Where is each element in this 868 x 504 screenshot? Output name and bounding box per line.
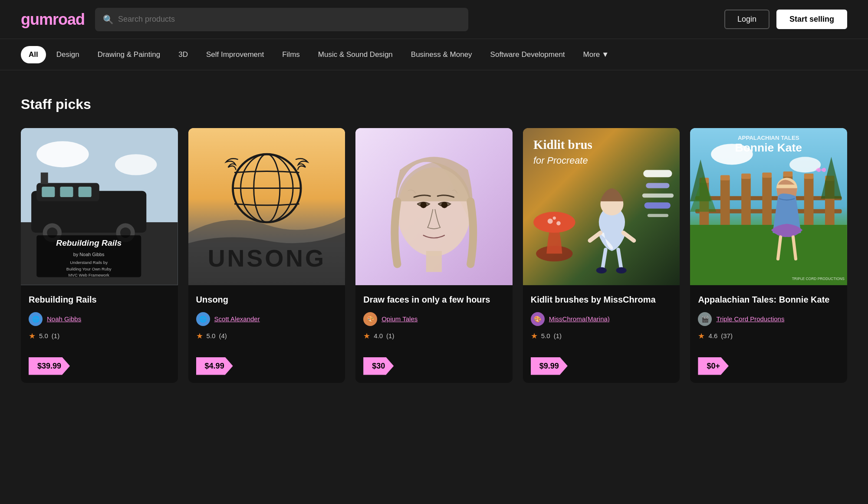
product-image-draw-faces	[355, 128, 513, 285]
price-tag-unsong: $4.99	[196, 357, 233, 375]
star-icon: ★	[29, 331, 36, 341]
svg-rect-48	[646, 183, 669, 188]
product-price-row-draw-faces: $30	[355, 349, 513, 383]
svg-rect-59	[720, 178, 730, 228]
nav-item-software-development[interactable]: Software Development	[483, 46, 573, 63]
product-card-draw-faces[interactable]: Draw faces in only a few hours 🎨 Opium T…	[355, 128, 513, 383]
nav-item-3d[interactable]: 3D	[171, 46, 196, 63]
svg-text:MVC Web Framework: MVC Web Framework	[68, 273, 109, 277]
product-rating-kidlit: ★ 5.0 (1)	[531, 331, 672, 341]
product-price-row-appalachian: $0+	[690, 349, 847, 383]
svg-rect-28	[426, 251, 442, 272]
product-card-rebuilding-rails[interactable]: Rebuilding Rails by Noah Gibbs Understan…	[21, 128, 178, 383]
product-rating-unsong: ★ 5.0 (4)	[196, 331, 338, 341]
price-tag-appalachian: $0+	[698, 357, 729, 375]
review-count-kidlit: (1)	[554, 332, 562, 339]
svg-rect-49	[642, 194, 674, 198]
star-icon: ★	[698, 331, 705, 341]
svg-point-43	[596, 267, 607, 273]
product-card-unsong[interactable]: UNSONG Unsong 🌐 Scott Alexander ★ 5.0 (4…	[188, 128, 345, 383]
chevron-down-icon: ▼	[602, 50, 609, 59]
nav-more-button[interactable]: More ▼	[575, 46, 617, 63]
main-content: Staff picks	[0, 70, 868, 409]
rating-value-kidlit: 5.0	[541, 332, 550, 339]
product-rating-appalachian: ★ 4.6 (37)	[698, 331, 839, 341]
svg-rect-67	[804, 176, 814, 227]
star-icon: ★	[196, 331, 203, 341]
nav-item-business-money[interactable]: Business & Money	[403, 46, 480, 63]
product-image-unsong: UNSONG	[188, 128, 345, 285]
product-rating-rebuilding-rails: ★ 5.0 (1)	[29, 331, 170, 341]
product-title-kidlit: Kidlit brushes by MissChroma	[531, 294, 672, 305]
author-name-kidlit[interactable]: MissChroma(Marina)	[549, 315, 610, 323]
svg-rect-64	[763, 172, 772, 178]
search-bar: 🔍	[95, 8, 468, 31]
svg-text:for Procreate: for Procreate	[533, 155, 588, 166]
product-image-rebuilding-rails: Rebuilding Rails by Noah Gibbs Understan…	[21, 128, 178, 285]
product-price-row-unsong: $4.99	[188, 349, 345, 383]
product-info-appalachian: Appalachian Tales: Bonnie Kate 🎬 Triple …	[690, 285, 847, 349]
product-info-rebuilding-rails: Rebuilding Rails 🌐 Noah Gibbs ★ 5.0 (1)	[21, 285, 178, 349]
svg-point-1	[36, 141, 89, 167]
svg-rect-60	[720, 175, 730, 180]
nav-item-music-sound-design[interactable]: Music & Sound Design	[310, 46, 401, 63]
product-card-appalachian[interactable]: APPALACHIAN TALES Bonnie Kate TRIPLE COR…	[690, 128, 847, 383]
product-info-unsong: Unsong 🌐 Scott Alexander ★ 5.0 (4)	[188, 285, 345, 349]
product-card-kidlit[interactable]: Kidlit brus for Procreate Kidlit brushes…	[523, 128, 680, 383]
svg-rect-63	[763, 175, 772, 227]
svg-point-34	[547, 219, 552, 224]
logo-text: gumroad	[21, 10, 85, 28]
product-info-kidlit: Kidlit brushes by MissChroma 🎨 MissChrom…	[523, 285, 680, 349]
svg-point-29	[421, 202, 427, 208]
svg-rect-50	[644, 202, 670, 208]
product-price-row-kidlit: $9.99	[523, 349, 680, 383]
svg-rect-68	[804, 174, 814, 179]
price-tag-rebuilding-rails: $39.99	[29, 357, 70, 375]
review-count-appalachian: (37)	[721, 332, 733, 339]
star-icon: ★	[363, 331, 370, 341]
product-title-rebuilding-rails: Rebuilding Rails	[29, 294, 170, 305]
product-image-kidlit: Kidlit brus for Procreate	[523, 128, 680, 285]
product-author-unsong: 🌐 Scott Alexander	[196, 312, 338, 326]
author-avatar-draw-faces: 🎨	[363, 312, 377, 326]
product-author-appalachian: 🎬 Triple Cord Productions	[698, 312, 839, 326]
svg-text:Rebuilding Rails: Rebuilding Rails	[56, 238, 122, 247]
review-count-unsong: (4)	[219, 332, 227, 339]
svg-point-33	[533, 212, 575, 233]
author-name-unsong[interactable]: Scott Alexander	[214, 315, 260, 323]
nav-item-all[interactable]: All	[21, 46, 46, 63]
rating-value-unsong: 5.0	[207, 332, 216, 339]
svg-rect-13	[41, 172, 48, 184]
svg-rect-66	[783, 171, 793, 177]
nav-item-design[interactable]: Design	[49, 46, 87, 63]
search-input[interactable]	[118, 15, 460, 24]
product-grid: Rebuilding Rails by Noah Gibbs Understan…	[21, 128, 847, 383]
svg-text:Understand Rails by: Understand Rails by	[70, 260, 108, 265]
rating-value-appalachian: 4.6	[708, 332, 717, 339]
start-selling-button[interactable]: Start selling	[776, 10, 847, 29]
product-author-draw-faces: 🎨 Opium Tales	[363, 312, 505, 326]
staff-picks-title: Staff picks	[21, 96, 847, 112]
author-name-draw-faces[interactable]: Opium Tales	[381, 315, 418, 323]
nav-item-self-improvement[interactable]: Self Improvement	[198, 46, 272, 63]
author-avatar-unsong: 🌐	[196, 312, 210, 326]
svg-text:TRIPLE CORD PRODUCTIONS: TRIPLE CORD PRODUCTIONS	[792, 277, 845, 281]
product-author-kidlit: 🎨 MissChroma(Marina)	[531, 312, 672, 326]
author-name-rebuilding-rails[interactable]: Noah Gibbs	[47, 315, 81, 323]
svg-point-35	[556, 221, 561, 226]
rating-value-rebuilding-rails: 5.0	[39, 332, 48, 339]
author-name-appalachian[interactable]: Triple Cord Productions	[716, 315, 784, 323]
svg-rect-51	[648, 214, 668, 217]
nav-item-films[interactable]: Films	[274, 46, 308, 63]
svg-rect-10	[42, 187, 55, 197]
svg-text:Building Your Own Ruby: Building Your Own Ruby	[66, 267, 112, 271]
product-rating-draw-faces: ★ 4.0 (1)	[363, 331, 505, 341]
product-title-unsong: Unsong	[196, 294, 338, 305]
nav-item-drawing-painting[interactable]: Drawing & Painting	[90, 46, 168, 63]
product-title-draw-faces: Draw faces in only a few hours	[363, 294, 505, 305]
product-author-rebuilding-rails: 🌐 Noah Gibbs	[29, 312, 170, 326]
product-info-draw-faces: Draw faces in only a few hours 🎨 Opium T…	[355, 285, 513, 349]
search-icon: 🔍	[103, 14, 114, 25]
svg-point-2	[115, 154, 157, 175]
login-button[interactable]: Login	[724, 10, 769, 29]
